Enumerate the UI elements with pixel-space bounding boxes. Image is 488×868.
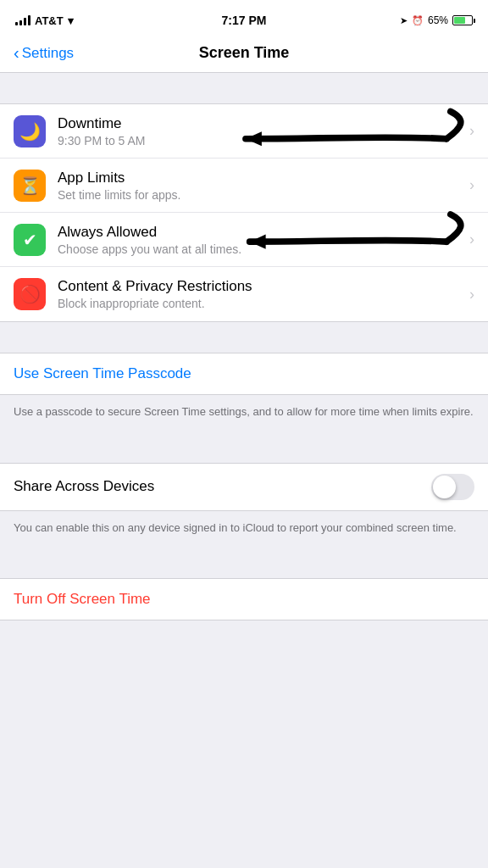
menu-items-card: 🌙 Downtime 9:30 PM to 5 AM › ⏳ App Limit… [0,103,488,322]
app-limits-row[interactable]: ⏳ App Limits Set time limits for apps. › [0,159,488,213]
downtime-icon: 🌙 [14,115,46,147]
content-privacy-row[interactable]: 🚫 Content & Privacy Restrictions Block i… [0,267,488,321]
main-content: 🌙 Downtime 9:30 PM to 5 AM › ⏳ App Limit… [0,73,488,654]
turn-off-button[interactable]: Turn Off Screen Time [14,591,151,607]
content-privacy-chevron-icon: › [469,286,474,303]
carrier-label: AT&T [35,14,64,27]
always-allowed-subtitle: Choose apps you want at all times. [58,242,463,256]
battery-indicator [452,15,473,25]
status-bar: AT&T ▾ 7:17 PM ➤ ⏰ 65% [0,0,488,37]
alarm-icon: ⏰ [412,15,424,26]
downtime-row[interactable]: 🌙 Downtime 9:30 PM to 5 AM › [0,104,488,159]
back-button[interactable]: ‹ Settings [14,45,74,62]
always-allowed-title: Always Allowed [58,224,463,241]
passcode-link[interactable]: Use Screen Time Passcode [14,365,191,381]
toggle-thumb [433,476,456,498]
turn-off-section: Turn Off Screen Time [0,578,488,620]
share-label: Share Across Devices [14,478,154,495]
app-limits-title: App Limits [58,170,463,186]
downtime-title: Downtime [58,115,463,132]
share-section: Share Across Devices [0,463,488,511]
location-icon: ➤ [400,15,408,26]
menu-items-section: 🌙 Downtime 9:30 PM to 5 AM › ⏳ App Limit… [0,103,488,322]
content-privacy-subtitle: Block inappropriate content. [58,297,463,310]
content-privacy-title: Content & Privacy Restrictions [58,278,463,295]
nav-bar: ‹ Settings Screen Time [0,37,488,73]
battery-percent-label: 65% [428,14,448,26]
downtime-subtitle: 9:30 PM to 5 AM [58,134,463,147]
app-limits-subtitle: Set time limits for apps. [58,188,463,202]
status-time: 7:17 PM [222,14,267,27]
always-allowed-icon: ✔ [14,224,46,256]
page-title: Screen Time [199,44,290,62]
back-label: Settings [22,45,74,62]
passcode-description: Use a passcode to secure Screen Time set… [0,395,488,432]
status-left: AT&T ▾ [15,14,74,27]
downtime-chevron-icon: › [469,122,474,140]
share-description: You can enable this on any device signed… [0,511,488,548]
always-allowed-chevron-icon: › [469,231,474,248]
content-privacy-icon: 🚫 [14,278,46,310]
share-toggle[interactable] [431,474,474,500]
back-chevron-icon: ‹ [14,44,19,61]
app-limits-chevron-icon: › [469,176,474,194]
always-allowed-row[interactable]: ✔ Always Allowed Choose apps you want at… [0,213,488,267]
passcode-section: Use Screen Time Passcode [0,353,488,395]
wifi-icon: ▾ [68,14,74,27]
status-right: ➤ ⏰ 65% [400,14,473,26]
app-limits-icon: ⏳ [14,170,46,202]
share-row: Share Across Devices [0,464,488,510]
signal-bars-icon [15,15,30,25]
